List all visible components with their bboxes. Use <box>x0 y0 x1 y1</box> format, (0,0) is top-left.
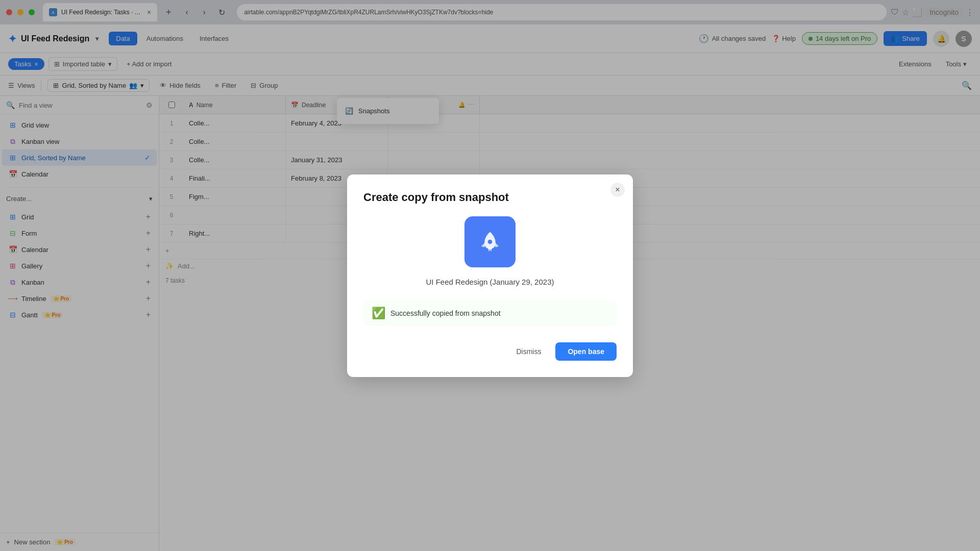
svg-point-0 <box>488 239 493 244</box>
success-check-icon: ✅ <box>372 307 385 320</box>
modal-title: Create copy from snapshot <box>363 191 617 204</box>
modal-icon-area <box>363 216 617 267</box>
modal-close-btn[interactable]: × <box>610 183 625 197</box>
modal-overlay[interactable]: × Create copy from snapshot UI Feed Rede… <box>0 0 980 551</box>
success-row: ✅ Successfully copied from snapshot <box>363 300 617 326</box>
create-copy-modal: × Create copy from snapshot UI Feed Rede… <box>347 174 633 377</box>
dismiss-btn[interactable]: Dismiss <box>508 343 549 360</box>
success-text: Successfully copied from snapshot <box>390 309 501 317</box>
rocket-icon <box>464 216 516 267</box>
open-base-btn[interactable]: Open base <box>555 342 617 361</box>
modal-actions: Dismiss Open base <box>363 342 617 361</box>
modal-subtitle: UI Feed Redesign (January 29, 2023) <box>363 278 617 286</box>
